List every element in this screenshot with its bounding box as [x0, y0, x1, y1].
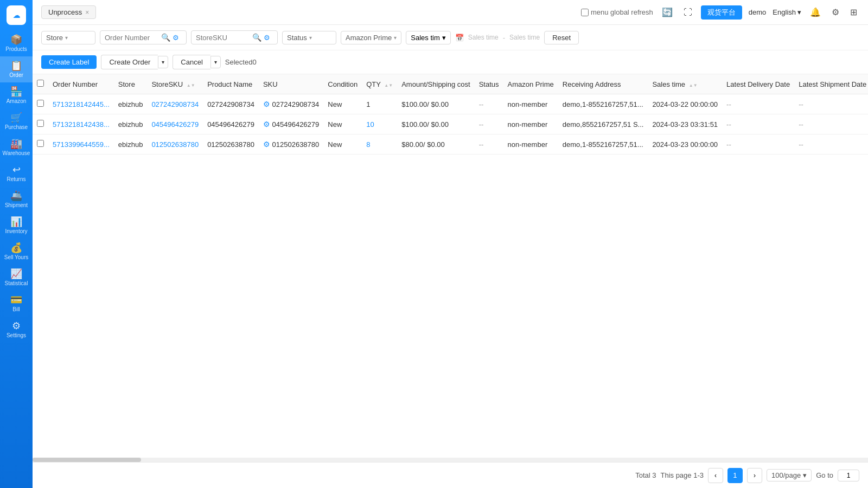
table-row: 5713218142438... ebizhub 045496426279 04… — [33, 114, 868, 134]
row-checkbox[interactable] — [37, 120, 44, 127]
header-status: Status — [475, 74, 503, 94]
qty-value[interactable]: 8 — [366, 140, 370, 149]
sales-time-filter-arrow-icon: ▾ — [442, 34, 446, 42]
portal-button[interactable]: 观货平台 — [701, 5, 742, 20]
row-amazon-prime: non-member — [503, 134, 558, 155]
sidebar-item-label: Settings — [7, 332, 26, 338]
header-sales-time[interactable]: Sales time ▲▼ — [648, 74, 722, 94]
fullscreen-icon-btn[interactable]: ⛶ — [681, 5, 694, 20]
goto-input[interactable] — [838, 470, 859, 481]
page-size-label: 100/page — [771, 471, 801, 479]
horizontal-scrollbar[interactable] — [33, 458, 868, 462]
row-checkbox[interactable] — [37, 100, 44, 107]
sidebar-item-settings[interactable]: ⚙ Settings — [0, 317, 33, 343]
sidebar-item-warehouse[interactable]: 🏭 Warehouse — [0, 134, 33, 160]
prev-page-button[interactable]: ‹ — [708, 468, 723, 483]
row-product-name: 045496426279 — [203, 114, 259, 134]
create-order-button[interactable]: Create Order — [101, 55, 158, 69]
order-number-link[interactable]: 5713399644559... — [53, 140, 110, 149]
header-qty[interactable]: QTY ▲▼ — [362, 74, 397, 94]
row-checkbox[interactable] — [37, 140, 44, 147]
order-number-link[interactable]: 5713218142438... — [53, 120, 110, 129]
menu-global-refresh-checkbox[interactable] — [581, 9, 589, 16]
row-latest-delivery-date: -- — [722, 114, 794, 134]
status-filter[interactable]: Status ▾ — [282, 31, 336, 44]
store-sku-input[interactable] — [196, 34, 250, 42]
sidebar-item-purchase[interactable]: 🛒 Purchase — [0, 108, 33, 134]
tab-unprocess[interactable]: Unprocess × — [41, 5, 96, 19]
qty-value[interactable]: 10 — [366, 120, 374, 129]
store-sku-search-icon[interactable]: 🔍 — [252, 33, 261, 42]
sidebar-item-label: Order — [9, 72, 23, 78]
menu-global-refresh[interactable]: menu global refresh — [581, 8, 653, 16]
row-sku: ⚙ 045496426279 — [259, 114, 323, 134]
sales-time-filter[interactable]: Sales tim ▾ — [406, 31, 450, 44]
sidebar-item-bill[interactable]: 💳 Bill — [0, 291, 33, 317]
row-store: ebizhub — [114, 94, 148, 114]
scrollbar-thumb[interactable] — [33, 458, 141, 462]
row-latest-delivery-date: -- — [722, 134, 794, 155]
refresh-icon-btn[interactable]: 🔄 — [660, 5, 675, 20]
sku-gear-icon[interactable]: ⚙ — [263, 140, 270, 149]
sidebar-item-shipment[interactable]: 🚢 Shipment — [0, 187, 33, 213]
expand-icon-btn[interactable]: ⊞ — [848, 5, 859, 20]
next-page-button[interactable]: › — [747, 468, 762, 483]
order-number-link[interactable]: 5713218142445... — [53, 100, 110, 108]
order-number-tune-icon[interactable]: ⚙ — [173, 34, 179, 42]
store-sku-link[interactable]: 027242908734 — [151, 100, 199, 108]
topbar-right: menu global refresh 🔄 ⛶ 观货平台 demo Englis… — [581, 5, 859, 20]
reset-button[interactable]: Reset — [544, 31, 579, 44]
store-sku-tune-icon[interactable]: ⚙ — [264, 34, 270, 42]
current-page-button[interactable]: 1 — [727, 468, 743, 483]
row-qty: 1 — [362, 94, 397, 114]
sidebar-item-inventory[interactable]: 📊 Inventory — [0, 213, 33, 239]
main-content: Unprocess × menu global refresh 🔄 ⛶ 观货平台… — [33, 0, 868, 488]
order-number-filter[interactable]: 🔍 ⚙ — [100, 30, 187, 44]
sidebar-item-order[interactable]: 📋 Order — [0, 56, 33, 82]
action-bar: Create Label Create Order ▾ Cancel ▾ Sel… — [33, 50, 868, 74]
notification-icon-btn[interactable]: 🔔 — [808, 5, 823, 20]
store-sku-link[interactable]: 045496426279 — [151, 120, 199, 129]
language-selector[interactable]: English ▾ — [773, 8, 801, 16]
store-filter[interactable]: Store ▾ — [41, 31, 95, 44]
bill-icon: 💳 — [10, 295, 22, 305]
row-status: -- — [475, 94, 503, 114]
header-product-name: Product Name — [203, 74, 259, 94]
store-sku-link[interactable]: 012502638780 — [151, 140, 199, 149]
row-sales-time: 2024-03-23 00:00:00 — [648, 134, 722, 155]
sidebar-item-sell-yours[interactable]: 💰 Sell Yours — [0, 239, 33, 265]
cancel-button[interactable]: Cancel — [173, 55, 210, 69]
row-store-sku: 027242908734 — [147, 94, 203, 114]
orders-table: Order Number Store StoreSKU ▲▼ Product N… — [33, 74, 868, 155]
row-sku: ⚙ 012502638780 — [259, 134, 323, 155]
order-number-search-icon[interactable]: 🔍 — [161, 33, 170, 42]
create-label-button[interactable]: Create Label — [41, 55, 97, 69]
tab-close-icon[interactable]: × — [85, 9, 89, 16]
table-body: 5713218142445... ebizhub 027242908734 02… — [33, 94, 868, 155]
page-size-selector[interactable]: 100/page ▾ — [767, 469, 812, 481]
store-sku-filter[interactable]: 🔍 ⚙ — [191, 30, 278, 44]
order-number-input[interactable] — [105, 34, 159, 42]
page-range-label: This page 1-3 — [660, 471, 704, 479]
select-all-checkbox[interactable] — [37, 80, 44, 87]
sidebar-item-label: Inventory — [5, 228, 27, 234]
sku-gear-icon[interactable]: ⚙ — [263, 120, 270, 129]
cancel-dropdown-icon[interactable]: ▾ — [210, 56, 221, 68]
row-checkbox-cell — [33, 94, 48, 114]
row-order-number: 5713399644559... — [48, 134, 114, 155]
gear-icon-btn[interactable]: ⚙ — [829, 5, 841, 20]
create-order-dropdown-icon[interactable]: ▾ — [158, 56, 168, 68]
menu-global-refresh-label: menu global refresh — [591, 8, 653, 16]
row-latest-shipment-date: -- — [794, 134, 868, 155]
amazon-prime-filter[interactable]: Amazon Prime ▾ — [341, 31, 401, 44]
sidebar-item-returns[interactable]: ↩ Returns — [0, 160, 33, 187]
row-condition: New — [323, 114, 362, 134]
sidebar-item-statistical[interactable]: 📈 Statistical — [0, 265, 33, 291]
row-amount: $80.00/ $0.00 — [397, 134, 474, 155]
sku-gear-icon[interactable]: ⚙ — [263, 100, 270, 108]
sidebar-item-amazon[interactable]: 🏪 Amazon — [0, 82, 33, 108]
sidebar-item-products[interactable]: 📦 Products — [0, 30, 33, 56]
header-store-sku[interactable]: StoreSKU ▲▼ — [147, 74, 203, 94]
amazon-prime-filter-label: Amazon Prime — [346, 34, 392, 42]
header-latest-shipment-date[interactable]: Latest Shipment Date ▲▼ — [794, 74, 868, 94]
